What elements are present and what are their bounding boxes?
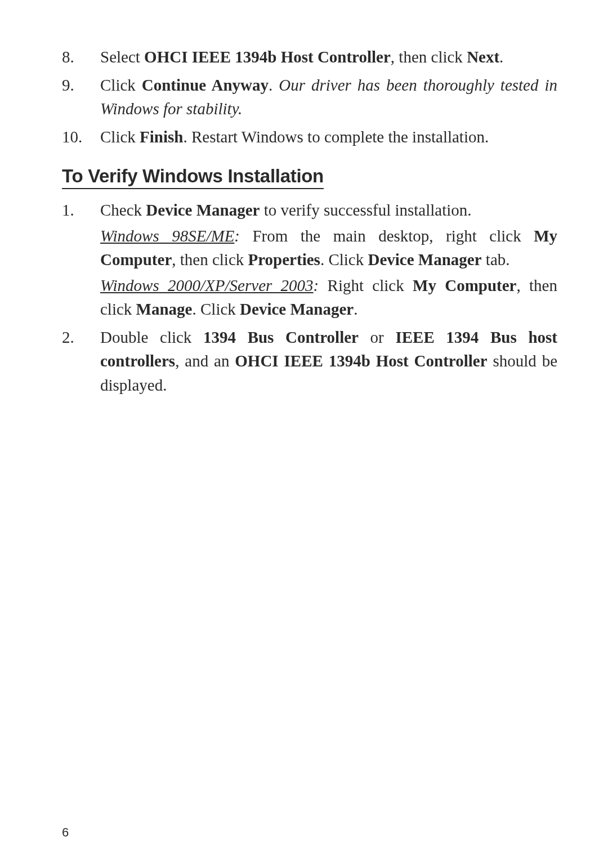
text-fragment: , then click [172,250,248,269]
list-body: Check Device Manager to verify successfu… [100,198,557,321]
text-fragment: . [269,76,279,94]
list-number: 2. [62,325,100,396]
text-fragment: Select [100,48,144,66]
text-fragment: OHCI IEEE 1394b Host Controller [235,352,487,370]
verify-steps-list: 1.Check Device Manager to verify success… [62,198,557,396]
list-item: 10.Click Finish. Restart Windows to comp… [62,125,557,149]
text-fragment: My Computer [413,276,516,294]
text-fragment: , then click [391,48,467,66]
text-fragment: : [234,227,240,245]
paragraph: Windows 98SE/ME: From the main desktop, … [100,224,557,271]
text-fragment: tab. [482,250,510,269]
text-fragment: . Click [320,250,368,269]
top-steps-list: 8.Select OHCI IEEE 1394b Host Controller… [62,45,557,149]
text-fragment: From the main desktop, right click [240,227,534,245]
list-item: 9.Click Continue Anyway. Our driver has … [62,73,557,120]
text-fragment: or [359,328,395,346]
list-number: 8. [62,45,100,69]
list-item: 1.Check Device Manager to verify success… [62,198,557,321]
text-fragment: Next [467,48,499,66]
text-fragment: . [499,48,503,66]
text-fragment: Windows 98SE/ME [100,227,234,245]
text-fragment: Device Manager [368,250,481,269]
list-body: Click Finish. Restart Windows to complet… [100,125,557,149]
list-body: Click Continue Anyway. Our driver has be… [100,73,557,120]
list-number: 10. [62,125,100,149]
paragraph: Windows 2000/XP/Server 2003: Right click… [100,274,557,321]
section-heading: To Verify Windows Installation [62,165,324,189]
text-fragment: . [354,300,357,318]
text-fragment: to verify successful installation. [260,201,471,219]
text-fragment: OHCI IEEE 1394b Host Controller [144,48,391,66]
text-fragment: Windows 2000/XP/Server 2003 [100,276,314,294]
text-fragment: Continue Anyway [142,76,269,94]
text-fragment: Click [100,128,140,146]
text-fragment: . Click [192,300,240,318]
text-fragment: Check [100,201,146,219]
text-fragment: Double click [100,328,203,346]
list-body: Select OHCI IEEE 1394b Host Controller, … [100,45,557,69]
list-body: Double click 1394 Bus Controller or IEEE… [100,325,557,396]
text-fragment: 1394 Bus Controller [203,328,359,346]
text-fragment: Finish [140,128,183,146]
text-fragment: : [314,276,319,294]
list-number: 9. [62,73,100,120]
text-fragment: Device Manager [240,300,354,318]
page-number: 6 [62,825,69,840]
paragraph: Double click 1394 Bus Controller or IEEE… [100,325,557,396]
list-item: 2.Double click 1394 Bus Controller or IE… [62,325,557,396]
list-number: 1. [62,198,100,321]
paragraph: Check Device Manager to verify successfu… [100,198,557,222]
text-fragment: Right click [319,276,413,294]
text-fragment: Device Manager [146,201,260,219]
list-item: 8.Select OHCI IEEE 1394b Host Controller… [62,45,557,69]
text-fragment: Manage [136,300,193,318]
text-fragment: . Restart Windows to complete the instal… [183,128,489,146]
text-fragment: Properties [248,250,320,269]
text-fragment: , and an [175,352,235,370]
text-fragment: Click [100,76,142,94]
